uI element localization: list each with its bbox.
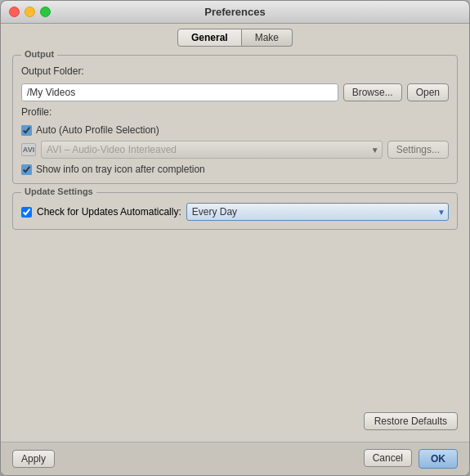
update-label: Check for Updates Automatically: — [37, 206, 181, 218]
cancel-button[interactable]: Cancel — [364, 449, 412, 467]
close-button[interactable] — [9, 7, 20, 17]
avi-select-row: AVI AVI – Audio-Video Interleaved ▼ Sett… — [21, 141, 449, 159]
settings-button[interactable]: Settings... — [387, 141, 449, 159]
bottom-right-buttons: Cancel OK — [364, 449, 458, 469]
tab-make[interactable]: Make — [242, 29, 293, 47]
profile-label: Profile: — [21, 106, 449, 118]
browse-button[interactable]: Browse... — [343, 83, 402, 101]
auto-profile-label: Auto (Auto Profile Selection) — [36, 124, 159, 136]
show-info-row: Show info on tray icon after completion — [21, 164, 449, 175]
profile-select[interactable]: AVI – Audio-Video Interleaved — [41, 141, 383, 159]
output-group: Output Output Folder: Browse... Open Pro… — [12, 55, 458, 184]
profile-select-wrapper: AVI – Audio-Video Interleaved ▼ — [41, 141, 383, 159]
spacer — [12, 238, 458, 401]
bottom-bar: Apply Cancel OK — [1, 442, 469, 475]
update-checkbox[interactable] — [21, 207, 32, 218]
show-info-checkbox[interactable] — [21, 164, 32, 175]
update-row: Check for Updates Automatically: Every D… — [21, 203, 449, 221]
main-content: Output Output Folder: Browse... Open Pro… — [1, 47, 469, 442]
auto-profile-row: Auto (Auto Profile Selection) — [21, 124, 449, 136]
apply-button[interactable]: Apply — [12, 450, 55, 468]
output-group-label: Output — [21, 49, 57, 59]
folder-label: Output Folder: — [21, 65, 449, 77]
restore-defaults-button[interactable]: Restore Defaults — [364, 412, 458, 430]
maximize-button[interactable] — [40, 7, 51, 17]
open-button[interactable]: Open — [407, 83, 449, 101]
update-group-label: Update Settings — [21, 186, 96, 196]
folder-row: Browse... Open — [21, 83, 449, 101]
preferences-window: Preferences General Make Output Output F… — [0, 0, 470, 476]
avi-icon: AVI — [21, 143, 36, 156]
window-title: Preferences — [204, 6, 265, 18]
restore-row: Restore Defaults — [12, 409, 458, 433]
ok-button[interactable]: OK — [419, 449, 458, 469]
auto-profile-checkbox[interactable] — [21, 125, 32, 136]
tab-general[interactable]: General — [177, 29, 242, 47]
minimize-button[interactable] — [25, 7, 35, 17]
tabs-bar: General Make — [1, 24, 469, 47]
frequency-select-wrapper: Every Day Every Week Every Month Never ▼ — [186, 203, 449, 221]
show-info-label: Show info on tray icon after completion — [36, 164, 205, 175]
titlebar: Preferences — [1, 1, 469, 24]
frequency-select[interactable]: Every Day Every Week Every Month Never — [186, 203, 449, 221]
folder-input[interactable] — [21, 83, 338, 101]
window-controls — [9, 7, 51, 17]
update-group: Update Settings Check for Updates Automa… — [12, 192, 458, 230]
